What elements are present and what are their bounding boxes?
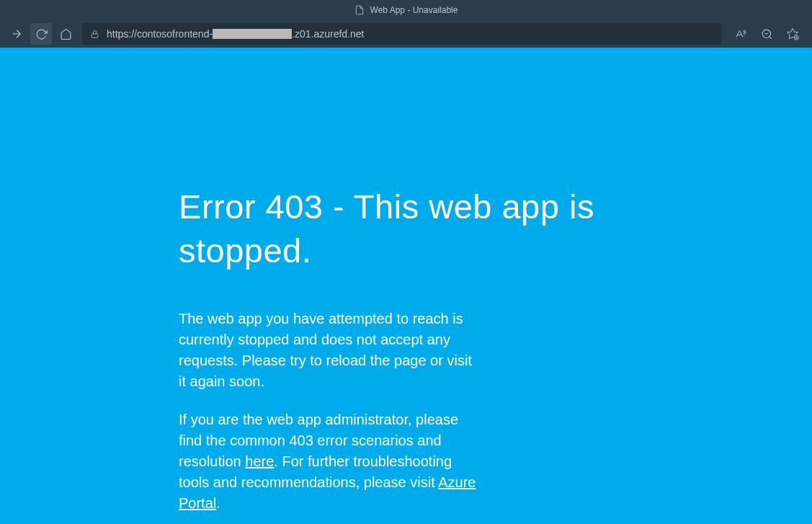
here-link[interactable]: here <box>245 453 274 469</box>
toolbar: https://contosofrontend-.z01.azurefd.net <box>0 20 812 48</box>
home-button[interactable] <box>55 23 76 45</box>
browser-tab[interactable]: Web App - Unavailable <box>346 2 467 18</box>
refresh-button[interactable] <box>30 23 52 45</box>
url-protocol: https:// <box>107 28 137 40</box>
error-container: Error 403 - This web app is stopped. The… <box>179 185 654 514</box>
nav-buttons <box>6 23 76 45</box>
url-host-prefix: contosofrontend- <box>137 28 213 40</box>
url-redacted-segment <box>213 29 292 39</box>
document-icon <box>354 5 365 15</box>
url-text: https://contosofrontend-.z01.azurefd.net <box>107 28 365 40</box>
lock-icon <box>89 29 99 39</box>
svg-rect-1 <box>92 33 98 37</box>
svg-line-4 <box>769 37 772 39</box>
page-content: Error 403 - This web app is stopped. The… <box>0 48 812 524</box>
zoom-icon[interactable] <box>757 25 776 43</box>
favorites-icon[interactable] <box>783 25 802 43</box>
read-aloud-icon[interactable] <box>731 25 750 43</box>
error-paragraph-2: If you are the web app administrator, pl… <box>179 409 481 514</box>
tab-bar: Web App - Unavailable <box>0 0 812 20</box>
url-host-suffix: .z01.azurefd.net <box>292 28 364 40</box>
tab-title: Web App - Unavailable <box>370 5 458 15</box>
address-bar[interactable]: https://contosofrontend-.z01.azurefd.net <box>82 23 721 45</box>
forward-button[interactable] <box>6 23 27 45</box>
error-title: Error 403 - This web app is stopped. <box>179 185 654 272</box>
error-p2-part3: . <box>216 495 220 511</box>
toolbar-right <box>727 25 806 43</box>
error-paragraph-1: The web app you have attempted to reach … <box>179 308 481 392</box>
